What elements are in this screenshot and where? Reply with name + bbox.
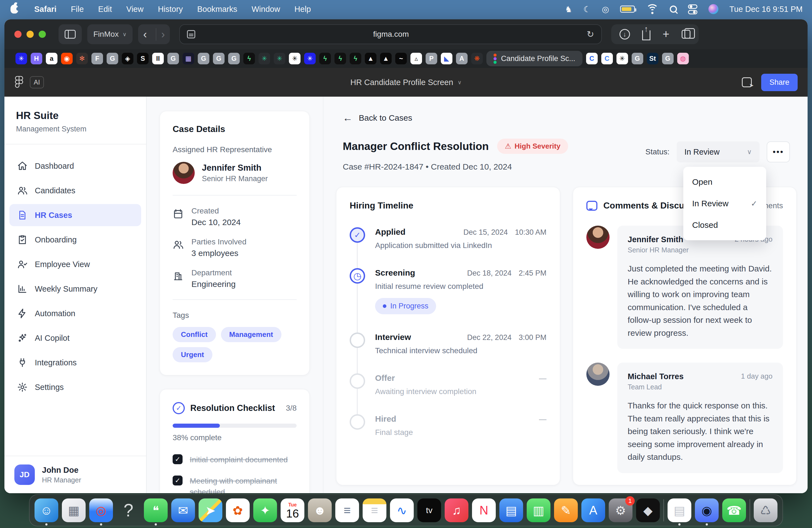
tag-conflict[interactable]: Conflict [173, 327, 216, 342]
zoom-window-button[interactable] [39, 31, 46, 38]
bookmark-favicon[interactable]: ✳ [259, 53, 270, 64]
dock-icon-music[interactable]: ♫ [445, 498, 468, 522]
control-center-icon[interactable] [688, 4, 697, 14]
dock-icon-keynote[interactable]: ▤ [499, 498, 523, 522]
minimize-window-button[interactable] [27, 31, 34, 38]
sidebar-item-settings[interactable]: Settings [10, 376, 141, 398]
bookmark-favicon[interactable]: F [91, 53, 103, 64]
bookmark-favicon[interactable]: ✳ [304, 53, 316, 64]
checklist-item[interactable]: ✓Initial complaint documented [173, 454, 296, 466]
bookmark-favicon[interactable]: G [106, 53, 118, 64]
sidebar-item-dashboard[interactable]: Dashboard [10, 155, 141, 177]
bookmark-favicon[interactable]: ▦ [183, 53, 194, 64]
dock-icon-reminders[interactable]: ≡ [335, 498, 359, 522]
bookmark-favicon[interactable]: G [228, 53, 240, 64]
status-select[interactable]: In Review ∨ [677, 142, 759, 162]
tab-overview-icon[interactable] [682, 30, 691, 39]
bookmark-favicon[interactable]: G [213, 53, 224, 64]
dock-icon-photos[interactable]: ✿ [226, 498, 250, 522]
sidebar-item-weekly-summary[interactable]: Weekly Summary [10, 278, 141, 300]
menu-item-view[interactable]: View [119, 5, 150, 14]
dock-icon-safari[interactable]: ◎ [89, 498, 113, 522]
dock-icon-calendar[interactable]: Tue16 [280, 498, 304, 522]
bookmark-favicon[interactable]: ▲ [365, 53, 376, 64]
bookmark-favicon[interactable]: II [152, 53, 164, 64]
figma-share-button[interactable]: Share [761, 74, 798, 91]
bookmark-favicon[interactable]: G [198, 53, 209, 64]
menu-bar-clock[interactable]: Tue Dec 16 9:51 PM [729, 5, 802, 14]
dock-icon-document-app[interactable]: ▤ [668, 498, 691, 522]
close-window-button[interactable] [14, 31, 21, 38]
bookmark-favicon[interactable]: ◣ [441, 53, 452, 64]
bookmark-favicon[interactable]: ✳ [617, 53, 628, 64]
bookmark-favicon[interactable]: ~ [395, 53, 407, 64]
dock-icon-finder[interactable]: ☺ [34, 498, 58, 522]
bookmark-favicon[interactable]: ❋ [471, 53, 483, 64]
figma-ai-badge[interactable]: AI [30, 76, 44, 88]
bookmark-favicon[interactable]: P [425, 53, 437, 64]
bookmark-favicon[interactable]: ϟ [334, 53, 346, 64]
dock-icon-messages[interactable]: ❝ [144, 498, 168, 522]
dock-icon-trash[interactable]: ♺ [754, 498, 778, 522]
more-actions-button[interactable]: ••• [767, 142, 790, 162]
active-bookmark-pill[interactable]: Candidate Profile Sc... [487, 51, 582, 66]
menu-item-bookmarks[interactable]: Bookmarks [190, 5, 244, 14]
bookmark-favicon[interactable]: S [137, 53, 149, 64]
siri-icon[interactable] [708, 4, 719, 14]
checkbox-checked[interactable]: ✓ [173, 475, 183, 485]
bookmark-favicon[interactable]: C [601, 53, 613, 64]
prototype-flow-icon[interactable] [742, 77, 752, 87]
address-bar[interactable]: figma.com ↻ [179, 24, 602, 44]
menu-item-safari[interactable]: Safari [27, 5, 64, 14]
airdrop-icon[interactable]: ◎ [602, 4, 609, 14]
dock-icon-system-settings[interactable]: ⚙1 [609, 498, 633, 522]
sidebar-item-automation[interactable]: Automation [10, 303, 141, 324]
back-to-cases-link[interactable]: ← Back to Cases [343, 112, 797, 124]
bookmark-favicon[interactable]: ✳ [289, 53, 301, 64]
dock-icon-help[interactable]: ? [117, 498, 140, 522]
bookmark-favicon[interactable]: ϟ [243, 53, 255, 64]
dock-icon-mail[interactable]: ✉ [171, 498, 195, 522]
menu-item-history[interactable]: History [151, 5, 190, 14]
status-option-closed[interactable]: Closed [683, 214, 766, 236]
dock-icon-tv[interactable]: tv [417, 498, 441, 522]
dock-icon-maps[interactable]: ➤ [199, 498, 222, 522]
bookmark-favicon[interactable]: ◉ [61, 53, 73, 64]
sidebar-toggle-button[interactable] [59, 24, 82, 44]
bookmark-favicon[interactable]: St [647, 53, 658, 64]
dock-icon-app-store[interactable]: A [581, 498, 605, 522]
checkbox-checked[interactable]: ✓ [173, 454, 183, 464]
page-layout-icon[interactable] [187, 30, 195, 39]
bookmark-favicon[interactable]: ◍ [677, 53, 689, 64]
bookmark-favicon[interactable]: ▲ [380, 53, 392, 64]
checklist-item[interactable]: ✓Meeting with complainant scheduled [173, 475, 296, 493]
sidebar-item-ai-copilot[interactable]: AI Copilot [10, 327, 141, 349]
dock-icon-freeform[interactable]: ∿ [390, 498, 414, 522]
wifi-icon[interactable] [646, 4, 659, 14]
sidebar-item-candidates[interactable]: Candidates [10, 179, 141, 202]
menu-item-edit[interactable]: Edit [91, 5, 119, 14]
status-option-in-review[interactable]: In Review✓ [683, 193, 766, 214]
assigned-person[interactable]: Jennifer Smith Senior HR Manager [173, 162, 296, 184]
bookmark-favicon[interactable]: ✳ [274, 53, 285, 64]
focus-moon-icon[interactable]: ☾ [583, 4, 591, 14]
bookmark-favicon[interactable]: H [31, 53, 42, 64]
dock-icon-launchpad[interactable]: ▦ [62, 498, 86, 522]
reload-icon[interactable]: ↻ [586, 29, 594, 40]
bookmark-favicon[interactable]: a [46, 53, 57, 64]
dock-icon-phone[interactable]: ☎ [722, 498, 746, 522]
dock-icon-news[interactable]: N [472, 498, 496, 522]
sidebar-user[interactable]: JD John Doe HR Manager [4, 456, 146, 493]
bookmark-favicon[interactable]: G [168, 53, 179, 64]
status-option-open[interactable]: Open [683, 171, 766, 193]
bookmark-favicon[interactable]: C [586, 53, 598, 64]
figma-logo-icon[interactable] [14, 76, 24, 89]
back-button[interactable]: ‹ [138, 28, 151, 41]
bookmark-favicon[interactable]: ✳ [15, 53, 27, 64]
menu-item-window[interactable]: Window [244, 5, 287, 14]
bookmark-favicon[interactable]: A [456, 53, 468, 64]
spotlight-search-icon[interactable] [670, 5, 677, 13]
bookmark-favicon[interactable]: G [632, 53, 643, 64]
app-status-icon[interactable]: ♞ [565, 4, 572, 14]
downloads-icon[interactable]: ↓ [620, 29, 630, 40]
